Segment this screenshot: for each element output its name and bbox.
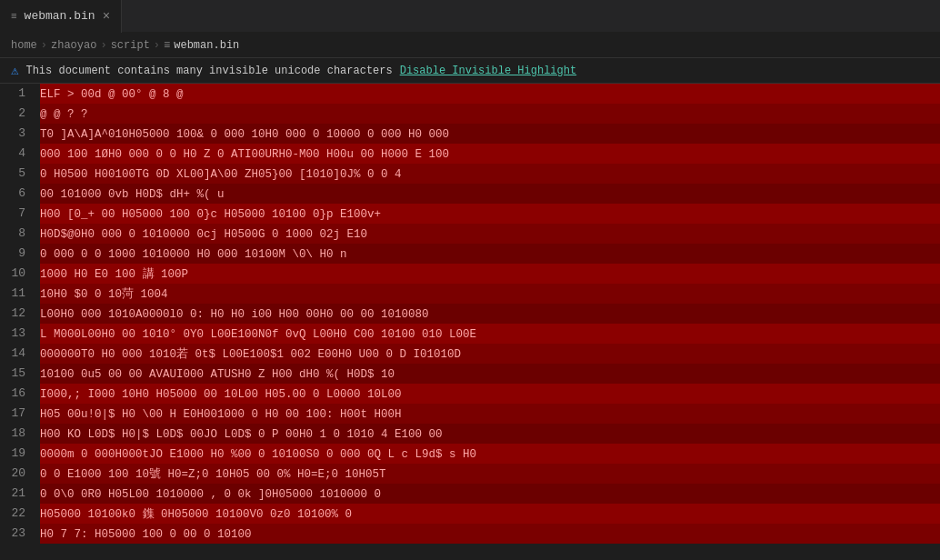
breadcrumb-current-file: webman.bin (174, 39, 239, 52)
code-line: T0 ]A\A]A^010H05000 100& 0 000 10H0 000 … (40, 124, 940, 144)
breadcrumb: home › zhaoyao › script › ≡ webman.bin (0, 33, 940, 58)
code-line: I000,; I000 10H0 H05000 00 10L00 H05.00 … (40, 384, 940, 404)
code-line: H00 [0_+ 00 H05000 100 0}c H05000 10100 … (40, 204, 940, 224)
code-line: H0 7 7: H05000 100 0 00 0 10100 (40, 524, 940, 544)
line-number: 15 (7, 364, 25, 384)
line-number: 21 (7, 484, 25, 504)
code-line: 000000T0 H0 000 1010若 0t$ L00E100$1 002 … (40, 344, 940, 364)
close-icon[interactable]: × (103, 9, 110, 24)
code-line: H0D$@0H0 000 0 1010000 0cj H0500G 0 1000… (40, 224, 940, 244)
line-number: 2 (7, 104, 25, 124)
line-number: 20 (7, 464, 25, 484)
tab-bar: ≡ webman.bin × (0, 0, 940, 33)
line-number: 11 (7, 284, 25, 304)
line-number: 13 (7, 324, 25, 344)
line-number: 23 (7, 524, 25, 544)
line-number: 1 (7, 84, 25, 104)
breadcrumb-file-icon: ≡ (164, 39, 170, 52)
line-number: 19 (7, 444, 25, 464)
code-line: 10100 0u5 00 00 AVAUI000 ATUSH0 Z H00 dH… (40, 364, 940, 384)
code-line: H05000 10100k0 鏶 0H05000 10100V0 0z0 101… (40, 504, 940, 524)
line-number: 7 (7, 204, 25, 224)
code-line: H05 00u!0|$ H0 \00 H E0H001000 0 H0 00 1… (40, 404, 940, 424)
code-line: 000 100 1ØH0 000 0 0 H0 Z 0 ATI00URH0-M0… (40, 144, 940, 164)
code-line: 10H0 $0 0 10菏 1004 (40, 284, 940, 304)
breadcrumb-sep-2: › (100, 39, 106, 52)
code-line: 1000 H0 E0 100 講 100P (40, 264, 940, 284)
code-line: ELF > 00d @ 00° @ 8 @ (40, 84, 940, 104)
line-number: 9 (7, 244, 25, 264)
tab-label: webman.bin (25, 9, 95, 23)
code-line: H00 KO L0D$ H0|$ L0D$ 00JO L0D$ 0 P 00H0… (40, 424, 940, 444)
code-line: 0 000 0 0 1000 1010000 H0 000 10100M \0\… (40, 244, 940, 264)
breadcrumb-script[interactable]: script (111, 39, 150, 52)
line-number: 17 (7, 404, 25, 424)
code-line: 00 101000 0vb H0D$ dH+ %( u (40, 184, 940, 204)
line-number: 5 (7, 164, 25, 184)
code-line: 0 0 E1000 100 10號 H0=Z;0 10H05 00 0% H0=… (40, 464, 940, 484)
line-number: 18 (7, 424, 25, 444)
breadcrumb-zhaoyao[interactable]: zhaoyao (51, 39, 96, 52)
disable-highlight-link[interactable]: Disable Invisible Highlight (400, 65, 576, 77)
warning-icon: ⚠ (11, 63, 18, 78)
line-number: 3 (7, 124, 25, 144)
breadcrumb-sep-3: › (154, 39, 160, 52)
line-number: 6 (7, 184, 25, 204)
warning-bar: ⚠ This document contains many invisible … (0, 58, 940, 84)
line-numbers: 1234567891011121314151617181920212223 (0, 84, 40, 560)
line-number: 22 (7, 504, 25, 524)
code-area[interactable]: ELF > 00d @ 00° @ 8 @ @ @ ? ?T0 ]A\A]A^0… (40, 84, 940, 560)
breadcrumb-sep-1: › (41, 39, 47, 52)
code-line: 0 H0500 H00100TG 0D XL00]A\00 ZH05}00 [1… (40, 164, 940, 184)
code-line: @ @ ? ? (40, 104, 940, 124)
editor: 1234567891011121314151617181920212223 EL… (0, 84, 940, 560)
line-number: 10 (7, 264, 25, 284)
line-number: 14 (7, 344, 25, 364)
line-number: 4 (7, 144, 25, 164)
line-number: 12 (7, 304, 25, 324)
breadcrumb-home[interactable]: home (11, 39, 37, 52)
code-line: L M000L00H0 00 1010° 0Y0 L00E100N0f 0vQ … (40, 324, 940, 344)
code-line: 0000m 0 000H000tJO E1000 H0 %00 0 10100S… (40, 444, 940, 464)
warning-message: This document contains many invisible un… (25, 65, 392, 77)
code-line: L00H0 000 1010A0000l0 0: H0 H0 i00 H00 0… (40, 304, 940, 324)
file-icon: ≡ (11, 11, 17, 22)
line-number: 16 (7, 384, 25, 404)
code-line: 0 0\0 0R0 H05L00 1010000 , 0 0k ]0H05000… (40, 484, 940, 504)
tab-webman[interactable]: ≡ webman.bin × (0, 0, 122, 33)
line-number: 8 (7, 224, 25, 244)
